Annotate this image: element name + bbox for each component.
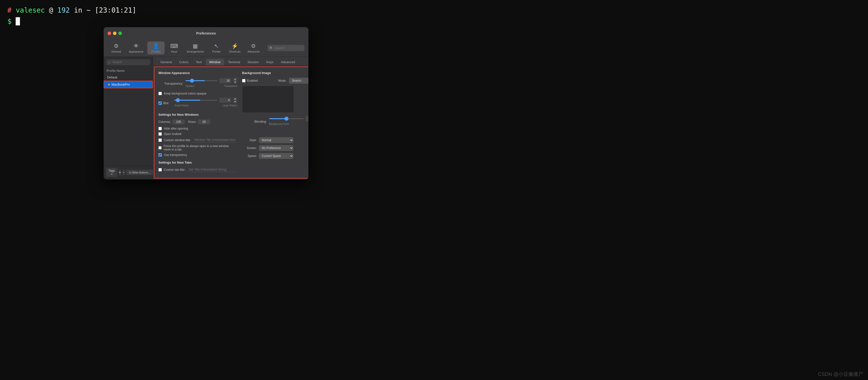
use-transparency-checkbox[interactable] bbox=[158, 153, 162, 157]
close-button[interactable] bbox=[107, 32, 111, 35]
style-dropdown[interactable]: Normal Full Screen Maximized bbox=[259, 137, 293, 143]
tab-keys[interactable]: Keys bbox=[263, 59, 277, 65]
hide-after-checkbox[interactable] bbox=[158, 127, 162, 130]
blur-up-btn[interactable]: ▲ bbox=[233, 97, 237, 100]
toolbar-item-profiles[interactable]: 👤 Profiles bbox=[147, 41, 164, 55]
custom-tab-title-input[interactable] bbox=[187, 167, 237, 172]
toolbar-item-general[interactable]: ⚙ General bbox=[107, 41, 125, 55]
profile-default-name: Default bbox=[107, 75, 117, 79]
left-column: Window Appearance Transparency: ▲ bbox=[158, 71, 237, 174]
columns-input[interactable] bbox=[173, 120, 185, 124]
gear-icon: ⚙ bbox=[114, 43, 119, 49]
transparency-max-label: Transparent bbox=[224, 85, 237, 87]
transparency-slider-row: ▲ ▼ bbox=[186, 78, 237, 84]
window-title: Preferences bbox=[196, 31, 216, 35]
remove-profile-button[interactable]: − bbox=[123, 169, 125, 176]
custom-window-title-label: Custom window title: bbox=[164, 138, 191, 142]
blending-number[interactable] bbox=[306, 116, 308, 121]
blur-control: ▲ ▼ Small Radius Large Radius bbox=[175, 97, 237, 109]
blending-slider[interactable] bbox=[269, 118, 304, 119]
tab-bar: General Colors Text Window Terminal Sess… bbox=[153, 57, 308, 66]
enabled-area: Enabled bbox=[242, 79, 258, 83]
blur-row: Blur: ▲ ▼ bbox=[158, 97, 237, 109]
sidebar: Profile Name Default ★MacBookPro Tags > … bbox=[104, 57, 153, 180]
term-time: [23:01:21] bbox=[95, 6, 136, 14]
transparency-number[interactable] bbox=[219, 78, 231, 83]
screen-dropdown[interactable]: No Preference Main Screen bbox=[259, 145, 293, 151]
blending-slider-row: ▲ ▼ bbox=[269, 116, 308, 122]
tab-terminal[interactable]: Terminal bbox=[224, 59, 244, 65]
transparency-min-label: Opaque bbox=[186, 85, 194, 87]
force-new-window-row: Force this profile to always open in a n… bbox=[158, 144, 237, 151]
toolbar-shortcuts-label: Shortcuts bbox=[229, 50, 240, 53]
profile-item-default[interactable]: Default bbox=[104, 74, 153, 81]
tab-window[interactable]: Window bbox=[206, 59, 224, 65]
sidebar-search-input[interactable] bbox=[106, 59, 150, 65]
toolbar-item-appearance[interactable]: 👁 Appearance bbox=[126, 41, 146, 55]
custom-window-title-checkbox[interactable] bbox=[158, 138, 162, 142]
tags-button[interactable]: Tags > bbox=[106, 168, 117, 177]
open-toolbelt-checkbox[interactable] bbox=[158, 132, 162, 136]
blur-number[interactable] bbox=[219, 98, 231, 103]
blur-down-btn[interactable]: ▼ bbox=[233, 100, 237, 103]
tab-text[interactable]: Text bbox=[192, 59, 205, 65]
blur-checkbox[interactable] bbox=[158, 101, 162, 105]
keep-bg-label: Keep background colors opaque bbox=[164, 92, 207, 95]
toolbar-item-shortcuts[interactable]: ⚡ Shortcuts bbox=[226, 41, 243, 55]
custom-tab-title-checkbox[interactable] bbox=[158, 168, 162, 171]
toolbar-general-label: General bbox=[111, 50, 121, 53]
toolbar-item-arrangements[interactable]: ▦ Arrangements bbox=[184, 41, 207, 55]
blur-slider[interactable] bbox=[175, 100, 217, 101]
blending-labels: Background Color Image bbox=[269, 123, 308, 125]
force-new-window-label: Force this profile to always open in a n… bbox=[163, 144, 237, 151]
term-prompt: $ bbox=[7, 17, 11, 25]
toolbar-item-keys[interactable]: ⌨ Keys bbox=[165, 41, 183, 55]
transparency-up-btn[interactable]: ▲ bbox=[233, 78, 237, 81]
tab-general[interactable]: General bbox=[157, 59, 175, 65]
columns-label: Columns: bbox=[158, 120, 171, 124]
rows-label: Rows: bbox=[188, 120, 196, 124]
mode-dropdown[interactable]: Stretch Tile Scale to Fill Scale to Fit bbox=[289, 78, 308, 84]
keep-bg-checkbox[interactable] bbox=[158, 92, 162, 95]
grid-icon: ▦ bbox=[193, 43, 198, 49]
custom-window-title-row: Custom window title: bbox=[158, 138, 237, 142]
blur-labels: Small Radius Large Radius bbox=[175, 104, 237, 107]
profile-list-header: Profile Name bbox=[104, 68, 153, 74]
term-user: valesec bbox=[16, 6, 45, 14]
person-icon: 👤 bbox=[153, 43, 159, 49]
tab-session[interactable]: Session bbox=[244, 59, 262, 65]
toolbar-item-advanced[interactable]: ⚙ Advanced bbox=[245, 41, 262, 55]
content-area: Window Appearance Transparency: ▲ bbox=[154, 67, 308, 179]
add-profile-button[interactable]: + bbox=[119, 169, 121, 176]
transparency-down-btn[interactable]: ▼ bbox=[233, 81, 237, 84]
tab-colors[interactable]: Colors bbox=[176, 59, 192, 65]
bg-image-enabled-checkbox[interactable] bbox=[242, 79, 246, 83]
space-row: Space: Current Space All Spaces bbox=[242, 153, 308, 159]
minimize-button[interactable] bbox=[113, 32, 117, 35]
hide-after-label: Hide after opening bbox=[164, 127, 188, 130]
toolbar: ⚙ General 👁 Appearance 👤 Profiles ⌨ Keys… bbox=[104, 39, 308, 57]
lightning-icon: ⚡ bbox=[231, 43, 238, 49]
rows-input[interactable] bbox=[198, 120, 210, 124]
force-new-window-checkbox[interactable] bbox=[158, 146, 162, 150]
profile-item-macbookpro[interactable]: ★MacBookPro bbox=[104, 81, 153, 88]
hide-after-row: Hide after opening bbox=[158, 127, 237, 130]
title-bar: Preferences bbox=[104, 27, 308, 39]
transparency-slider[interactable] bbox=[186, 80, 217, 81]
toolbar-keys-label: Keys bbox=[171, 50, 177, 53]
blur-label-area: Blur: bbox=[158, 101, 172, 105]
keep-bg-row: Keep background colors opaque bbox=[158, 92, 237, 95]
custom-window-title-input[interactable] bbox=[193, 138, 237, 142]
toolbar-item-pointer[interactable]: ↖ Pointer bbox=[208, 41, 225, 55]
toolbar-search-input[interactable] bbox=[268, 45, 305, 51]
maximize-button[interactable] bbox=[118, 32, 122, 35]
settings-new-tabs-title: Settings for New Tabs bbox=[158, 161, 237, 164]
other-actions-select[interactable]: ⊙ Other Actions... bbox=[126, 170, 156, 175]
tab-advanced[interactable]: Advanced bbox=[277, 59, 299, 65]
space-dropdown[interactable]: Current Space All Spaces bbox=[259, 153, 293, 159]
settings-new-windows-title: Settings for New Windows bbox=[158, 113, 237, 117]
preferences-window: Preferences ⚙ General 👁 Appearance 👤 Pro… bbox=[104, 27, 308, 180]
toolbar-appearance-label: Appearance bbox=[129, 50, 143, 53]
terminal-line-1: # valesec @ 192 in ~ [23:01:21] bbox=[7, 5, 861, 16]
main-content: Profile Name Default ★MacBookPro Tags > … bbox=[104, 57, 308, 180]
